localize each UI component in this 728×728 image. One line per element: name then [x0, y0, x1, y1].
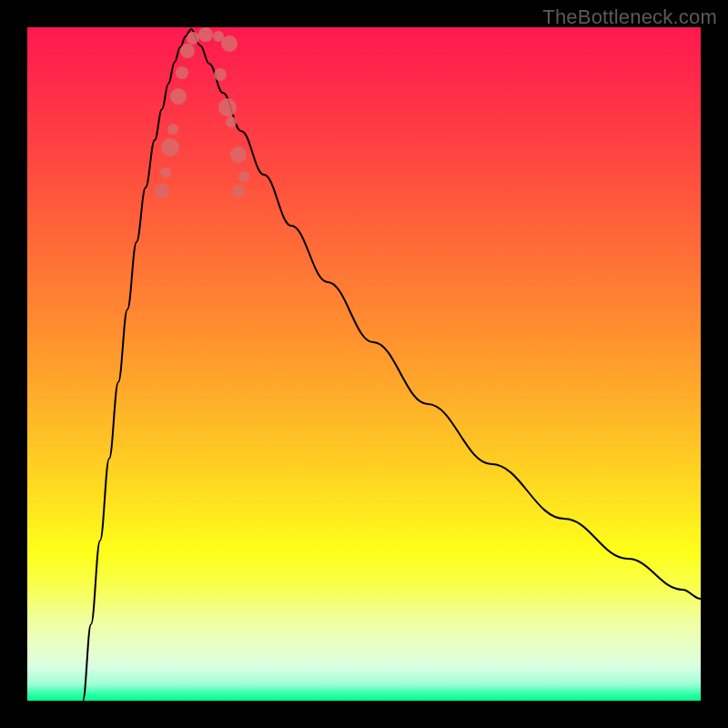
data-marker — [176, 66, 188, 79]
data-marker — [214, 68, 227, 81]
data-marker — [170, 88, 187, 105]
data-marker — [221, 35, 238, 52]
plot-area — [27, 27, 701, 701]
marker-group — [155, 27, 249, 198]
data-marker — [226, 116, 237, 127]
chart-container: TheBottleneck.com — [0, 0, 728, 728]
data-marker — [155, 184, 169, 198]
right-curve — [191, 29, 701, 599]
data-marker — [232, 185, 245, 197]
data-marker — [198, 27, 213, 42]
chart-svg — [27, 27, 701, 701]
data-marker — [238, 171, 249, 182]
data-marker — [187, 32, 199, 45]
data-marker — [230, 147, 247, 163]
data-marker — [167, 124, 178, 135]
data-marker — [180, 44, 195, 58]
data-marker — [160, 167, 171, 178]
watermark-text: TheBottleneck.com — [542, 5, 717, 29]
data-marker — [218, 98, 237, 116]
data-marker — [161, 138, 179, 157]
